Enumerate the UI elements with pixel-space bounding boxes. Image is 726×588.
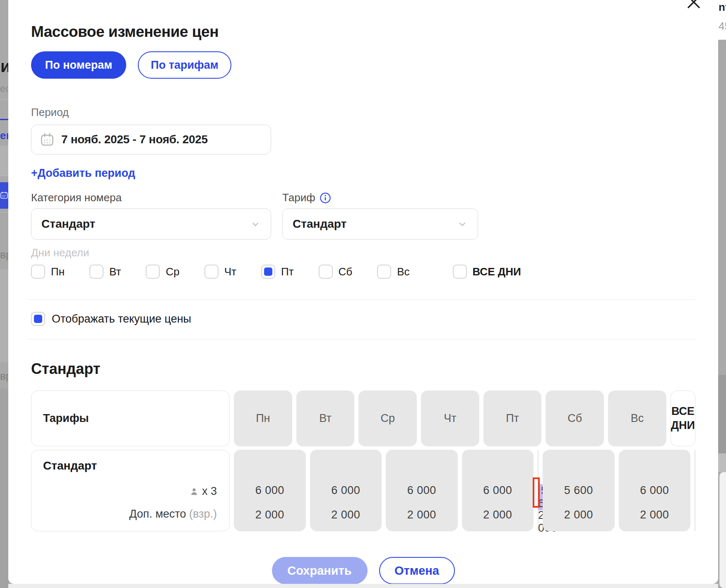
room-category-select[interactable]: Стандарт <box>31 208 271 240</box>
weekday-checkbox-all-days[interactable]: ВСЕ ДНИ <box>453 265 521 279</box>
background-panel <box>719 472 726 588</box>
table-header-row: Тарифы Пн Вт Ср Чт Пт Сб Вс ВСЕ ДНИ <box>31 390 695 446</box>
price-main[interactable]: 6 000 <box>619 484 691 497</box>
weekday-checkbox-group: Пн Вт Ср Чт Пт Сб Вс ВСЕ ДНИ <box>31 264 695 279</box>
checkbox[interactable] <box>319 265 333 279</box>
weekday-checkbox-mon[interactable]: Пн <box>31 265 65 279</box>
divider <box>28 299 695 300</box>
price-cell-thu[interactable]: 6 000 2 000 <box>462 450 534 531</box>
period-label: Период <box>31 106 695 119</box>
show-current-prices-checkbox[interactable]: Отображать текущие цены <box>31 311 695 326</box>
price-main[interactable]: 5 600 <box>543 484 615 497</box>
chevron-down-icon <box>250 219 261 229</box>
price-extra[interactable]: 2 000 <box>310 508 382 521</box>
info-icon[interactable] <box>320 192 331 204</box>
background-divider <box>0 146 8 146</box>
prices-table: Тарифы Пн Вт Ср Чт Пт Сб Вс ВСЕ ДНИ Стан… <box>31 390 695 531</box>
header-cell-sat: Сб <box>546 390 604 446</box>
price-main[interactable]: 6 000 <box>310 484 382 497</box>
background-calendar-button <box>0 182 8 209</box>
background-block <box>0 269 8 362</box>
calendar-icon <box>40 132 55 147</box>
price-cell-all-days[interactable] <box>695 450 695 531</box>
checkbox[interactable] <box>146 265 160 279</box>
price-extra[interactable]: 2 000 <box>234 508 306 521</box>
background-text-fragment: 45 <box>719 20 726 33</box>
mode-tabs: По номерам По тарифам <box>31 51 695 79</box>
background-block <box>718 453 726 472</box>
add-period-link[interactable]: +Добавить период <box>31 167 135 180</box>
price-main[interactable]: 6 000 <box>462 484 534 497</box>
occupancy: x 3 <box>190 485 217 498</box>
header-cell-fri: Пт <box>483 390 542 446</box>
price-cell-sat[interactable]: 5 600 2 000 <box>543 450 615 531</box>
background-divider <box>0 176 8 176</box>
page-title: Массовое изменение цен <box>31 23 695 41</box>
price-cell-tue[interactable]: 6 000 2 000 <box>310 450 382 531</box>
period-date-range-value: 7 нояб. 2025 - 7 нояб. 2025 <box>61 133 208 146</box>
tab-by-rooms[interactable]: По номерам <box>31 51 126 79</box>
header-cell-tue: Вт <box>296 390 355 446</box>
save-button[interactable]: Сохранить <box>272 557 368 584</box>
page-behind-left: и ес ен вр вр <box>0 0 8 588</box>
close-icon[interactable] <box>685 0 702 11</box>
mass-price-change-dialog: Массовое изменение цен По номерам По тар… <box>8 0 718 584</box>
weekday-checkbox-sat[interactable]: Сб <box>319 265 353 279</box>
background-tab-fragment: ен <box>0 129 8 142</box>
header-cell-wed: Ср <box>358 390 417 446</box>
price-cell-sun[interactable]: 6 000 2 000 <box>619 450 691 531</box>
header-cell-sun: Вс <box>608 390 666 446</box>
price-extra[interactable]: 2 000 <box>543 508 615 521</box>
checkbox-checked[interactable] <box>261 265 275 279</box>
background-heading-fragment: и <box>0 57 8 76</box>
weekday-checkbox-tue[interactable]: Вт <box>89 265 121 279</box>
price-extra[interactable]: 2 000 <box>386 508 458 521</box>
price-cell-mon[interactable]: 6 000 2 000 <box>234 450 306 531</box>
price-cell-fri-editing[interactable]: 5 600 2 000 <box>538 450 538 531</box>
checkbox[interactable] <box>31 265 45 279</box>
background-text-fragment: nt <box>719 1 726 14</box>
dialog-actions: Сохранить Отмена <box>31 557 695 584</box>
header-cell-all-days: ВСЕ ДНИ <box>671 390 695 446</box>
weekday-checkbox-thu[interactable]: Чт <box>204 265 236 279</box>
tariff-select[interactable]: Стандарт <box>282 208 478 240</box>
background-active-tab-underline <box>0 119 8 120</box>
extra-seat-label: Доп. место (взр.) <box>129 508 217 521</box>
background-divider <box>0 212 8 212</box>
background-divider <box>0 99 8 100</box>
tariff-value: Стандарт <box>293 217 346 231</box>
tariff-name: Стандарт <box>43 459 97 472</box>
checkbox[interactable] <box>377 265 391 279</box>
cancel-button[interactable]: Отмена <box>379 557 455 584</box>
period-date-range-field[interactable]: 7 нояб. 2025 - 7 нояб. 2025 <box>31 125 271 154</box>
tab-by-tariffs[interactable]: По тарифам <box>138 51 231 79</box>
calendar-icon <box>0 191 8 199</box>
background-text-fragment: ес <box>0 83 8 94</box>
header-cell-thu: Чт <box>421 390 479 446</box>
chevron-down-icon <box>457 219 468 229</box>
weekday-checkbox-fri[interactable]: Пт <box>261 265 294 279</box>
room-category-value: Стандарт <box>41 217 95 231</box>
weekday-checkbox-sun[interactable]: Вс <box>377 265 409 279</box>
price-cell-wed[interactable]: 6 000 2 000 <box>386 450 458 531</box>
price-main[interactable]: 6 000 <box>386 484 458 497</box>
checkbox[interactable] <box>453 265 467 279</box>
background-scrollbar-thumb <box>718 375 726 453</box>
price-main[interactable]: 6 000 <box>234 484 306 497</box>
weekday-checkbox-wed[interactable]: Ср <box>146 265 179 279</box>
checkbox-checked[interactable] <box>31 312 45 326</box>
header-cell-mon: Пн <box>234 390 292 446</box>
tariff-label: Тариф <box>282 191 331 204</box>
checkbox[interactable] <box>204 265 219 279</box>
room-category-label: Категория номера <box>31 191 282 204</box>
price-extra[interactable]: 2 000 <box>462 508 534 521</box>
table-row: Стандарт x 3 Доп. место (взр.) 6 000 2 0… <box>31 450 695 531</box>
background-toolbar-block <box>0 147 8 176</box>
divider <box>28 339 695 340</box>
background-text-fragment: вр <box>0 248 8 261</box>
tariff-row-header-cell: Стандарт x 3 Доп. место (взр.) <box>31 450 230 531</box>
checkbox[interactable] <box>89 265 103 279</box>
weekdays-label: Дни недели <box>31 246 695 259</box>
background-block <box>0 388 8 588</box>
price-extra[interactable]: 2 000 <box>619 508 691 521</box>
